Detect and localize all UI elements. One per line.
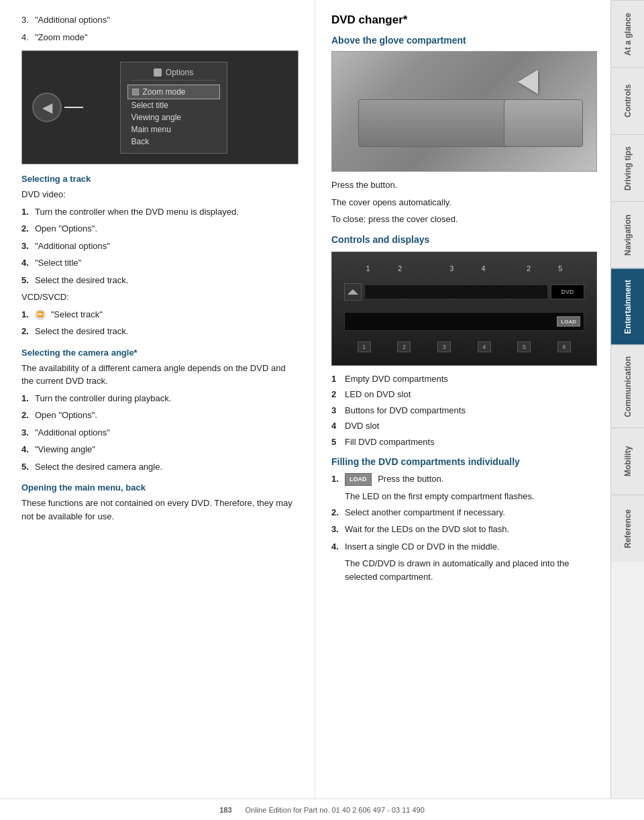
controls-heading: Controls and displays — [331, 234, 597, 245]
glove-compartment-image — [331, 51, 597, 172]
step-number: 1. — [21, 308, 35, 321]
press-button-text: Press the button. — [331, 178, 597, 192]
callout-num: 3 — [331, 404, 345, 417]
dvd-logo: DVD — [561, 289, 574, 295]
dvd-num-4: 4 — [482, 264, 486, 272]
list-item: 1. ⏩ "Select track" — [21, 308, 299, 321]
dvd-btn-2: 2 — [397, 342, 411, 352]
camera-heading: Selecting the camera angle* — [21, 348, 299, 358]
step-number: 1. — [21, 205, 35, 219]
dvd-steps: 1. Turn the controller when the DVD menu… — [21, 205, 299, 287]
list-item: 3. "Additional options" — [21, 13, 299, 27]
back-item: Back — [131, 136, 216, 148]
step-sub: The CD/DVD is drawn in automatically and… — [345, 557, 597, 583]
list-item: 4. "Viewing angle" — [21, 443, 299, 456]
sidebar-tab-communication[interactable]: Communication — [611, 345, 644, 428]
above-glove-heading: Above the glove compartment — [331, 35, 597, 46]
dvd-num-3: 3 — [449, 264, 453, 272]
step-number: 1. — [21, 392, 35, 405]
list-item: 4. Insert a single CD or DVD in the midd… — [331, 540, 597, 554]
callout-item: 1 Empty DVD compartments — [331, 372, 597, 386]
list-item: 5. Select the desired camera angle. — [21, 460, 299, 474]
callout-text: Buttons for DVD compartments — [345, 404, 597, 417]
callout-text: Empty DVD compartments — [345, 372, 597, 386]
opening-text: These functions are not contained on eve… — [21, 497, 299, 523]
vcd-label: VCD/SVCD: — [21, 291, 299, 304]
dvd-player-image: 1 2 3 4 2 5 DVD — [331, 252, 597, 366]
sidebar-tab-mobility[interactable]: Mobility — [611, 427, 644, 495]
step-number: 4. — [331, 540, 345, 554]
dvd-num-2: 2 — [398, 264, 402, 272]
step-sub: The LED on the first empty compartment f… — [345, 490, 597, 503]
list-item: 4. "Select title" — [21, 256, 299, 270]
callout-num: 5 — [331, 435, 345, 449]
step-text: Select the desired track. — [35, 274, 299, 287]
sidebar-tab-entertainment[interactable]: Entertainment — [611, 268, 644, 345]
dvd-btn-3: 3 — [437, 342, 451, 352]
item-number: 4. — [21, 31, 35, 44]
to-close-text: To close: press the cover closed. — [331, 213, 597, 226]
dvd-btn-6: 6 — [557, 342, 571, 352]
item-text: "Zoom mode" — [35, 31, 299, 44]
zoom-mode-item: Zoom mode — [127, 85, 220, 99]
item-text: "Additional options" — [35, 13, 299, 27]
item-number: 3. — [21, 13, 35, 27]
page-number: 183 — [219, 806, 231, 814]
dvd-btn-1: 1 — [358, 342, 371, 352]
step-number: 5. — [21, 274, 35, 287]
options-title: Options — [131, 68, 216, 81]
dvd-number-row: 1 2 3 4 2 5 — [339, 264, 590, 272]
sidebar-tab-at-a-glance[interactable]: At a glance — [611, 0, 644, 67]
step-number: 3. — [331, 523, 345, 536]
list-item: 2. Select another compartment if necessa… — [331, 506, 597, 519]
step-text: Select the desired camera angle. — [35, 460, 299, 474]
sidebar-tab-driving-tips[interactable]: Driving tips — [611, 134, 644, 201]
dvd-player-inner: 1 2 3 4 2 5 DVD — [332, 252, 596, 365]
list-item: 1. LOAD Press the button. — [331, 472, 597, 486]
list-item: 1. Turn the controller when the DVD menu… — [21, 205, 299, 219]
cover-opens-text: The cover opens automatically. — [331, 196, 597, 209]
footer-text: Online Edition for Part no. 01 40 2 606 … — [246, 806, 425, 814]
dvd-button-row: 1 2 3 4 5 6 — [339, 342, 590, 352]
dvd-num-6: 5 — [558, 264, 562, 272]
filling-heading: Filling the DVD compartments individuall… — [331, 456, 597, 467]
step-number: 5. — [21, 460, 35, 474]
list-item: 4. "Zoom mode" — [21, 31, 299, 44]
list-item: 5. Select the desired track. — [21, 274, 299, 287]
step-text: Open "Options". — [35, 409, 299, 422]
left-column: 3. "Additional options" 4. "Zoom mode" ◀ — [0, 0, 315, 820]
callout-text: DVD slot — [345, 419, 597, 433]
load-button-inline: LOAD — [345, 473, 372, 486]
step-number: 1. — [331, 472, 345, 486]
zoom-checkbox — [132, 89, 139, 95]
vcd-steps: 1. ⏩ "Select track" 2. Select the desire… — [21, 308, 299, 338]
callout-num: 2 — [331, 388, 345, 401]
load-button-display: LOAD — [557, 316, 580, 326]
sidebar-tab-controls[interactable]: Controls — [611, 67, 644, 134]
step-text: "Additional options" — [35, 426, 299, 440]
opening-heading: Opening the main menu, back — [21, 482, 299, 493]
step-number: 3. — [21, 240, 35, 253]
step-text: Turn the controller when the DVD menu is… — [35, 205, 299, 219]
main-content: 3. "Additional options" 4. "Zoom mode" ◀ — [0, 0, 644, 820]
dvd-num-1: 1 — [366, 264, 370, 272]
list-item: 2. Open "Options". — [21, 409, 299, 422]
callout-text: LED on DVD slot — [345, 388, 597, 401]
dvd-btn-5: 5 — [517, 342, 531, 352]
callout-item: 5 Fill DVD compartments — [331, 435, 597, 449]
camera-intro: The availability of a different camera a… — [21, 362, 299, 388]
step-text: "Select title" — [35, 256, 299, 270]
viewing-angle-item: Viewing angle — [131, 111, 216, 123]
callout-item: 2 LED on DVD slot — [331, 388, 597, 401]
step-number: 2. — [331, 506, 345, 519]
top-items: 3. "Additional options" 4. "Zoom mode" — [21, 13, 299, 44]
sidebar-tab-navigation[interactable]: Navigation — [611, 201, 644, 268]
step-text: ⏩ "Select track" — [35, 308, 299, 321]
sidebar-tab-reference[interactable]: Reference — [611, 495, 644, 562]
step-text: "Additional options" — [35, 240, 299, 253]
main-menu-item: Main menu — [131, 123, 216, 136]
list-item: 2. Open "Options". — [21, 222, 299, 236]
dvd-btn-4: 4 — [478, 342, 491, 352]
step-text: "Viewing angle" — [35, 443, 299, 456]
step-text: Turn the controller during playback. — [35, 392, 299, 405]
